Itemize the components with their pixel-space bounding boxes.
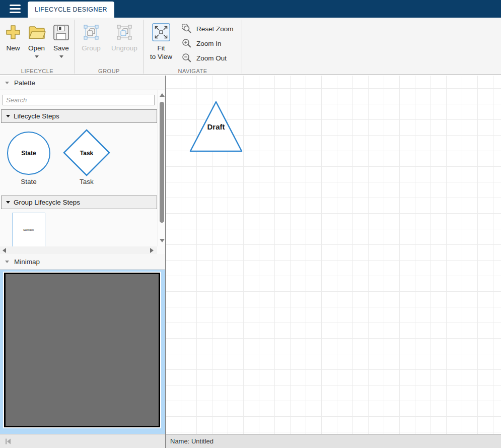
swimlane-shape-text: Swimlane bbox=[23, 228, 34, 231]
new-label: New bbox=[6, 44, 20, 52]
collapse-panel-left-icon[interactable] bbox=[4, 437, 12, 445]
group-button: Group bbox=[77, 21, 106, 64]
tab-label: LIFECYCLE DESIGNER bbox=[35, 6, 107, 13]
reset-zoom-button[interactable]: Reset Zoom bbox=[181, 22, 234, 35]
zoom-out-label: Zoom Out bbox=[196, 54, 227, 62]
ungroup-button: Ungroup bbox=[107, 21, 142, 64]
zoom-in-label: Zoom In bbox=[196, 40, 222, 47]
fit-to-view-button[interactable]: Fit to View bbox=[147, 21, 175, 64]
titlebar: LIFECYCLE DESIGNER bbox=[0, 0, 501, 18]
zoom-out-button[interactable]: Zoom Out bbox=[181, 51, 227, 65]
palette-vertical-scrollbar[interactable] bbox=[158, 90, 165, 246]
tab-lifecycle-designer[interactable]: LIFECYCLE DESIGNER bbox=[28, 2, 114, 18]
reset-zoom-icon bbox=[181, 23, 192, 34]
reset-zoom-label: Reset Zoom bbox=[196, 25, 234, 33]
minimap-collapse-chevron-icon[interactable] bbox=[5, 261, 9, 263]
group-icon bbox=[84, 25, 99, 40]
task-shape-text: Task bbox=[80, 150, 94, 157]
hamburger-icon bbox=[10, 5, 21, 6]
scroll-right-arrow-icon[interactable] bbox=[150, 248, 154, 253]
group-label: Group bbox=[82, 44, 101, 52]
ribbon-divider bbox=[75, 20, 75, 74]
save-dropdown-caret-icon[interactable] bbox=[59, 55, 63, 58]
palette-item-state[interactable]: State bbox=[7, 132, 50, 175]
palette-body: Lifecycle Steps State State Task Task Gr… bbox=[0, 90, 165, 246]
diagram-name-label: Name: Untitled bbox=[170, 437, 213, 445]
navigate-section-label: NAVIGATE bbox=[144, 68, 242, 74]
palette-panel-header[interactable]: Palette bbox=[0, 76, 165, 90]
fit-to-view-icon bbox=[152, 23, 170, 41]
new-button[interactable]: New bbox=[2, 21, 24, 64]
section-title: Lifecycle Steps bbox=[14, 112, 59, 120]
task-item-label: Task bbox=[62, 178, 111, 185]
panel-bottom-bar bbox=[0, 434, 165, 448]
minimap-title: Minimap bbox=[14, 258, 40, 266]
save-button[interactable]: Save bbox=[50, 21, 73, 64]
diagram-canvas[interactable]: Draft bbox=[166, 76, 501, 434]
draft-shape-text: Draft bbox=[207, 122, 225, 131]
vertical-scrollbar-thumb[interactable] bbox=[160, 102, 164, 223]
zoom-out-icon bbox=[181, 52, 192, 63]
zoom-in-icon bbox=[181, 38, 192, 49]
open-folder-icon bbox=[27, 24, 46, 40]
ribbon-toolbar: New Open Save bbox=[0, 18, 501, 75]
minimap-panel-header[interactable]: Minimap bbox=[0, 254, 165, 270]
open-label: Open bbox=[28, 44, 45, 52]
ungroup-label: Ungroup bbox=[111, 44, 137, 52]
palette-horizontal-scrollbar[interactable] bbox=[0, 246, 157, 254]
lifecycle-designer-app: LIFECYCLE DESIGNER New Open bbox=[0, 0, 501, 448]
fit-to-view-label-line1: Fit bbox=[150, 44, 172, 52]
statusbar: Name: Untitled bbox=[166, 434, 501, 448]
state-shape-text: State bbox=[21, 150, 36, 157]
scroll-left-arrow-icon[interactable] bbox=[3, 248, 6, 253]
section-header-group-lifecycle-steps[interactable]: Group Lifecycle Steps bbox=[1, 196, 157, 209]
save-label: Save bbox=[53, 44, 69, 52]
canvas-shapes-layer: Draft bbox=[166, 76, 501, 434]
palette-item-task[interactable]: Task bbox=[62, 129, 111, 177]
scroll-up-arrow-icon[interactable] bbox=[160, 93, 165, 97]
group-section-label: GROUP bbox=[75, 68, 144, 74]
palette-item-swimlane[interactable]: Swimlane bbox=[12, 213, 45, 247]
hamburger-menu-button[interactable] bbox=[5, 0, 25, 18]
minimap[interactable] bbox=[0, 270, 165, 434]
palette-title: Palette bbox=[14, 79, 35, 87]
open-dropdown-caret-icon[interactable] bbox=[35, 55, 39, 58]
section-collapse-chevron-icon bbox=[6, 201, 10, 204]
left-panel: Palette Lifecycle Steps State State Task… bbox=[0, 76, 166, 448]
palette-search-input[interactable] bbox=[3, 95, 155, 105]
state-item-label: State bbox=[7, 178, 50, 185]
fit-to-view-label-line2: to View bbox=[150, 52, 172, 61]
zoom-in-button[interactable]: Zoom In bbox=[181, 37, 222, 50]
palette-collapse-chevron-icon[interactable] bbox=[5, 82, 9, 84]
open-button[interactable]: Open bbox=[25, 21, 48, 64]
section-collapse-chevron-icon bbox=[6, 115, 10, 117]
new-plus-icon bbox=[5, 24, 22, 41]
ungroup-icon bbox=[117, 25, 132, 40]
minimap-viewport[interactable] bbox=[4, 273, 160, 427]
section-title: Group Lifecycle Steps bbox=[14, 199, 80, 206]
lifecycle-section-label: LIFECYCLE bbox=[0, 68, 75, 74]
ribbon-divider bbox=[242, 20, 242, 74]
ribbon-divider bbox=[144, 20, 144, 74]
section-header-lifecycle-steps[interactable]: Lifecycle Steps bbox=[1, 109, 157, 123]
scroll-down-arrow-icon[interactable] bbox=[160, 239, 165, 242]
save-floppy-icon bbox=[53, 24, 69, 41]
